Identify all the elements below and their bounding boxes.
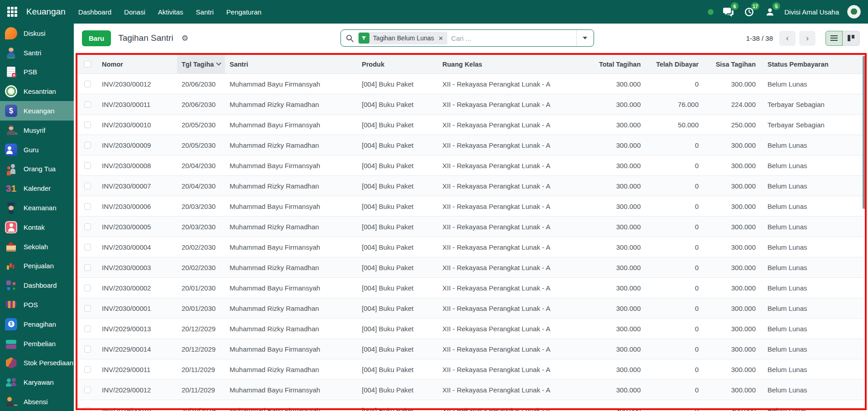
table-row[interactable]: INV/2030/00001 20/01/2030 Muhammad Rizky… (77, 298, 864, 319)
column-header-nomor[interactable]: Nomor (97, 55, 177, 73)
sidebar-item-guru[interactable]: Guru (0, 140, 74, 160)
top-menu-item[interactable]: Pengaturan (226, 8, 262, 16)
table-row[interactable]: INV/2030/00011 20/06/2030 Muhammad Rizky… (77, 94, 864, 115)
sidebar-item-kontak[interactable]: Kontak (0, 218, 74, 237)
kanban-view-button[interactable] (843, 31, 860, 46)
sidebar-item-penagihan[interactable]: Penagihan (0, 314, 74, 334)
messages-icon[interactable]: 6 (722, 6, 734, 18)
table-row[interactable]: INV/2030/00007 20/04/2030 Muhammad Rizky… (77, 176, 864, 196)
list-view: Nomor Tgl Tagiha Santri Produk Ruang Kel… (77, 55, 864, 411)
sidebar-item-pos[interactable]: POS (0, 295, 74, 314)
row-checkbox[interactable] (84, 366, 91, 373)
search-input[interactable] (451, 34, 572, 42)
column-header-santri[interactable]: Santri (225, 55, 357, 73)
cell-ruang-kelas: XII - Rekayasa Perangkat Lunak - A (438, 141, 564, 149)
sidebar-item-pembelian[interactable]: Pembelian (0, 334, 74, 353)
column-header-tgl-tagihan[interactable]: Tgl Tagiha (177, 55, 225, 73)
row-checkbox[interactable] (84, 81, 91, 87)
sidebar-item-label: Guru (24, 146, 38, 154)
table-row[interactable]: INV/2029/00012 20/11/2029 Muhammad Bayu … (77, 380, 864, 400)
sidebar-item-kalender[interactable]: Kalender (0, 179, 74, 198)
pager-previous-button[interactable]: ‹ (779, 31, 796, 46)
sidebar-item-sekolah[interactable]: Sekolah (0, 237, 74, 256)
row-checkbox[interactable] (84, 305, 91, 312)
table-row[interactable]: INV/2030/00010 20/05/2030 Muhammad Bayu … (77, 115, 864, 135)
row-checkbox[interactable] (84, 387, 91, 393)
row-checkbox[interactable] (84, 223, 91, 230)
row-checkbox[interactable] (84, 285, 91, 291)
sidebar-item-diskusi[interactable]: Diskusi (0, 24, 74, 43)
row-checkbox[interactable] (84, 346, 91, 353)
cell-total-tagihan: 300.000 (564, 366, 648, 373)
select-all-checkbox[interactable] (84, 61, 91, 68)
column-header-produk[interactable]: Produk (357, 55, 438, 73)
sidebar-item-karyawan[interactable]: Karyawan (0, 372, 74, 392)
list-view-button[interactable] (825, 31, 843, 46)
row-checkbox[interactable] (84, 142, 91, 149)
sidebar-item-orang-tua[interactable]: Orang Tua (0, 160, 74, 179)
top-menu-item[interactable]: Santri (196, 8, 214, 16)
table-row[interactable]: INV/2030/00009 20/05/2030 Muhammad Rizky… (77, 135, 864, 155)
top-menu-item[interactable]: Donasi (124, 8, 145, 16)
sidebar-item-label: POS (24, 301, 38, 309)
sidebar-item-keamanan[interactable]: Keamanan (0, 198, 74, 218)
table-row[interactable]: INV/2029/00010 20/10/2029 Muhammad Bayu … (77, 400, 864, 411)
app-title[interactable]: Keuangan (26, 7, 66, 17)
sidebar-item-dashboard[interactable]: Dashboard (0, 276, 74, 295)
sidebar-item-musyrif[interactable]: Musyrif (0, 121, 74, 140)
sidebar-item-kesantrian[interactable]: Kesantrian (0, 82, 74, 101)
search-box[interactable]: Tagihan Belum Lunas × (340, 29, 594, 47)
filter-icon (359, 33, 369, 44)
table-row[interactable]: INV/2030/00008 20/04/2030 Muhammad Bayu … (77, 155, 864, 176)
row-checkbox[interactable] (84, 264, 91, 271)
column-header-telah-dibayar[interactable]: Telah Dibayar (648, 55, 706, 73)
table-row[interactable]: INV/2029/00013 20/12/2029 Muhammad Rizky… (77, 319, 864, 339)
filter-chip-close-icon[interactable]: × (438, 34, 444, 42)
cell-ruang-kelas: XII - Rekayasa Perangkat Lunak - A (438, 406, 564, 411)
sidebar-item-psb[interactable]: PSB (0, 63, 74, 82)
column-header-sisa-tagihan[interactable]: Sisa Tagihan (706, 55, 763, 73)
row-checkbox[interactable] (84, 203, 91, 210)
sidebar-item-penjualan[interactable]: Penjualan (0, 256, 74, 276)
user-avatar[interactable] (847, 5, 861, 19)
table-row[interactable]: INV/2030/00005 20/03/2030 Muhammad Rizky… (77, 217, 864, 237)
search-dropdown-caret-icon[interactable] (576, 30, 594, 46)
cell-total-tagihan: 300.000 (564, 223, 648, 231)
cell-sisa-tagihan: 300.000 (706, 366, 763, 373)
sidebar-item-stok-persediaan[interactable]: Stok Persediaan (0, 353, 74, 373)
cell-nomor: INV/2029/00014 (97, 345, 177, 353)
apps-menu-icon[interactable] (7, 7, 17, 17)
table-row[interactable]: INV/2030/00006 20/03/2030 Muhammad Bayu … (77, 196, 864, 217)
row-checkbox[interactable] (84, 407, 91, 411)
row-checkbox[interactable] (84, 244, 91, 251)
table-row[interactable]: INV/2030/00003 20/02/2030 Muhammad Rizky… (77, 257, 864, 278)
activities-icon[interactable]: 17 (743, 6, 755, 18)
row-checkbox[interactable] (84, 101, 91, 108)
pager-next-button[interactable]: › (799, 31, 815, 46)
sidebar-item-keuangan[interactable]: Keuangan (0, 101, 74, 121)
company-name[interactable]: Divisi Amal Usaha (784, 8, 839, 16)
new-record-button[interactable]: Baru (82, 30, 111, 46)
row-checkbox[interactable] (84, 183, 91, 189)
column-header-total-tagihan[interactable]: Total Tagihan (564, 55, 648, 73)
top-menu-item[interactable]: Dashboard (78, 8, 111, 16)
cell-ruang-kelas: XII - Rekayasa Perangkat Lunak - A (438, 345, 564, 353)
column-header-status-pembayaran[interactable]: Status Pembayaran (763, 55, 864, 73)
sidebar-item-santri[interactable]: Santri (0, 43, 74, 63)
row-checkbox[interactable] (84, 325, 91, 332)
table-row[interactable]: INV/2030/00002 20/01/2030 Muhammad Bayu … (77, 278, 864, 298)
gear-icon[interactable]: ⚙ (182, 34, 188, 43)
notifications-icon[interactable]: 5 (763, 6, 776, 18)
vertical-scrollbar-thumb[interactable] (863, 56, 866, 209)
table-row[interactable]: INV/2029/00011 20/11/2029 Muhammad Rizky… (77, 359, 864, 380)
table-row[interactable]: INV/2030/00012 20/06/2030 Muhammad Bayu … (77, 74, 864, 94)
row-checkbox[interactable] (84, 121, 91, 128)
row-checkbox[interactable] (84, 162, 91, 169)
filter-chip[interactable]: Tagihan Belum Lunas × (358, 32, 448, 44)
table-row[interactable]: INV/2029/00014 20/12/2029 Muhammad Bayu … (77, 339, 864, 359)
cell-produk: [004] Buku Paket (357, 264, 438, 271)
top-menu-item[interactable]: Aktivitas (158, 8, 183, 16)
table-row[interactable]: INV/2030/00004 20/02/2030 Muhammad Bayu … (77, 237, 864, 257)
column-header-ruang-kelas[interactable]: Ruang Kelas (438, 55, 564, 73)
sidebar-item-absensi[interactable]: Absensi (0, 392, 74, 411)
